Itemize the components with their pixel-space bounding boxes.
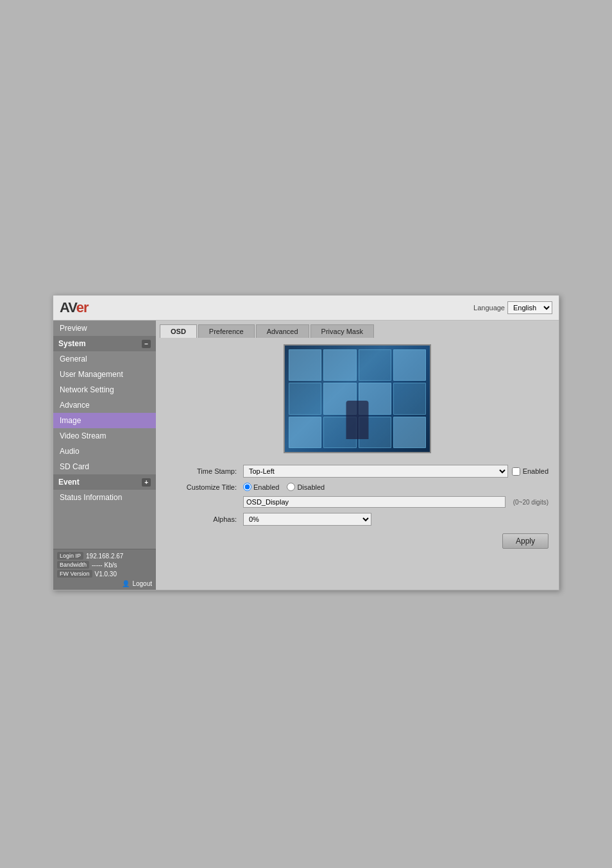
time-stamp-enabled-label: Enabled	[523, 467, 548, 475]
fw-version-label: FW Version	[57, 570, 92, 578]
app-container: AVer Language English Preview System −	[53, 295, 559, 590]
sidebar-footer: Login IP 192.168.2.67 Bandwidth ----- Kb…	[53, 549, 156, 590]
time-stamp-enabled-area: Enabled	[512, 467, 548, 476]
fw-version-value: V1.0.30	[95, 571, 117, 578]
enabled-radio-label: Enabled	[253, 483, 279, 491]
figure-overlay	[346, 401, 369, 439]
time-stamp-select[interactable]: Top-Left	[243, 465, 508, 478]
event-toggle-icon[interactable]: +	[142, 478, 151, 487]
login-ip-label: Login IP	[57, 552, 83, 560]
sidebar-item-network-setting[interactable]: Network Setting	[53, 382, 156, 397]
monitor-cell	[289, 417, 321, 448]
time-stamp-control: Top-Left Enabled	[243, 465, 548, 478]
customize-title-control: Enabled Disabled	[243, 483, 548, 491]
alphas-control: 0%	[243, 513, 548, 526]
disabled-radio-label: Disabled	[297, 483, 325, 491]
settings-form: Time Stamp: Top-Left Enabled	[156, 460, 559, 559]
sidebar-item-audio[interactable]: Audio	[53, 444, 156, 459]
bandwidth-row: Bandwidth ----- Kb/s	[57, 561, 152, 569]
monitor-cell	[393, 349, 426, 381]
preview-area	[156, 338, 559, 460]
osd-display-input[interactable]	[243, 496, 506, 508]
alphas-row: Alphas: 0%	[166, 513, 548, 526]
alphas-select[interactable]: 0%	[243, 513, 371, 526]
monitor-cell	[393, 417, 426, 448]
tab-preference[interactable]: Preference	[198, 324, 255, 338]
language-label: Language	[473, 304, 505, 312]
login-ip-row: Login IP 192.168.2.67	[57, 552, 152, 560]
time-stamp-label: Time Stamp:	[166, 467, 243, 475]
sidebar-item-advance[interactable]: Advance	[53, 397, 156, 413]
tab-osd[interactable]: OSD	[160, 324, 197, 338]
system-toggle-icon[interactable]: −	[142, 340, 151, 348]
sidebar-section-system[interactable]: System −	[53, 336, 156, 351]
alphas-label: Alphas:	[166, 515, 243, 523]
sidebar-item-video-stream[interactable]: Video Stream	[53, 428, 156, 444]
disabled-radio[interactable]	[287, 483, 295, 491]
time-stamp-checkbox[interactable]	[512, 467, 520, 476]
page-wrapper: AVer Language English Preview System −	[0, 0, 612, 868]
logo: AVer	[60, 299, 89, 316]
bandwidth-label: Bandwidth	[57, 561, 89, 569]
logout-row[interactable]: 👤 Logout	[57, 579, 152, 587]
disabled-radio-option: Disabled	[287, 483, 325, 491]
sidebar-section-event[interactable]: Event +	[53, 474, 156, 490]
language-select[interactable]: English	[507, 301, 552, 314]
osd-display-control: (0~20 digits)	[243, 496, 548, 508]
logout-icon: 👤	[122, 580, 130, 587]
monitor-cell	[393, 383, 426, 414]
tab-bar: OSD Preference Advanced Privacy Mask	[156, 321, 559, 338]
sidebar: Preview System − General User Management…	[53, 321, 156, 590]
enabled-radio[interactable]	[243, 483, 251, 491]
apply-row: Apply	[166, 531, 548, 551]
camera-preview	[284, 344, 431, 453]
time-stamp-row: Time Stamp: Top-Left Enabled	[166, 465, 548, 478]
logo-av: AV	[60, 299, 76, 315]
sidebar-item-sd-card[interactable]: SD Card	[53, 459, 156, 474]
sidebar-item-general[interactable]: General	[53, 351, 156, 367]
sidebar-item-image[interactable]: Image	[53, 413, 156, 428]
enabled-radio-option: Enabled	[243, 483, 279, 491]
tab-privacy-mask[interactable]: Privacy Mask	[310, 324, 374, 338]
main-layout: Preview System − General User Management…	[53, 321, 559, 590]
osd-display-row: (0~20 digits)	[166, 496, 548, 508]
sidebar-item-user-management[interactable]: User Management	[53, 367, 156, 382]
customize-title-row: Customize Title: Enabled Disabled	[166, 483, 548, 491]
monitor-cell	[323, 349, 356, 381]
logo-er: er	[76, 299, 89, 315]
customize-title-label: Customize Title:	[166, 483, 243, 491]
logout-label: Logout	[132, 580, 152, 587]
customize-title-radio-group: Enabled Disabled	[243, 483, 325, 491]
content-area: OSD Preference Advanced Privacy Mask	[156, 321, 559, 590]
tab-advanced[interactable]: Advanced	[256, 324, 309, 338]
hint-text: (0~20 digits)	[513, 499, 548, 506]
fw-version-row: FW Version V1.0.30	[57, 570, 152, 578]
monitor-cell	[289, 383, 321, 414]
bandwidth-value: ----- Kb/s	[92, 562, 117, 569]
sidebar-item-status-information[interactable]: Status Information	[53, 490, 156, 505]
apply-button[interactable]: Apply	[502, 533, 548, 549]
sidebar-item-preview[interactable]: Preview	[53, 321, 156, 336]
monitor-cell	[359, 349, 391, 381]
monitor-cell	[289, 349, 321, 381]
app-header: AVer Language English	[53, 296, 559, 321]
login-ip-value: 192.168.2.67	[86, 553, 123, 560]
language-area: Language English	[473, 301, 552, 314]
